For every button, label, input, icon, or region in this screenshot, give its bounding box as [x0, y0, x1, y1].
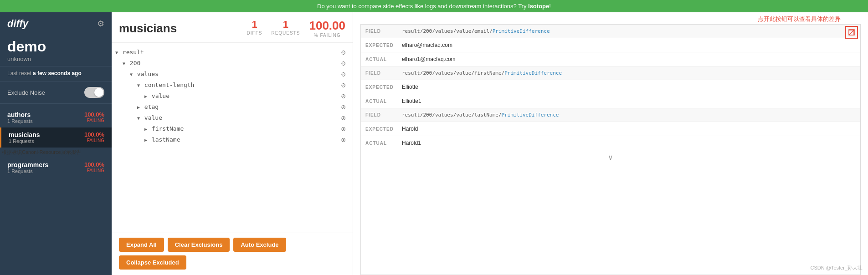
- diff-path-3: result/200/values/value/lastName/Primiti…: [397, 108, 860, 122]
- tree-row[interactable]: ▶ value ◎: [112, 90, 353, 101]
- exclude-noise-toggle[interactable]: [84, 87, 104, 98]
- action-buttons: Expand All Clear Exclusions Auto Exclude…: [112, 233, 353, 275]
- demo-section: demo unknown: [0, 34, 112, 66]
- tree-icon[interactable]: ◎: [342, 92, 345, 99]
- auto-exclude-button[interactable]: Auto Exclude: [233, 238, 286, 252]
- diff-path-2: result/200/values/value/firstName/Primit…: [397, 66, 860, 80]
- diff-path-1: result/200/values/value/email/PrimitiveD…: [397, 25, 860, 38]
- open-external-icon[interactable]: [845, 26, 858, 39]
- path-seg: lastName: [474, 112, 498, 118]
- demo-env: unknown: [7, 56, 104, 62]
- nav-item-authors-requests: 1 Requests: [7, 118, 33, 124]
- exclude-noise-row: Exclude Noise: [0, 81, 112, 104]
- app-logo: diffy: [7, 18, 28, 30]
- gear-icon[interactable]: ⚙: [97, 19, 104, 29]
- tree-icon[interactable]: ◎: [342, 136, 345, 143]
- nav-item-musicians-name: musicians: [9, 131, 40, 138]
- diffs-label: DIFFS: [247, 31, 262, 36]
- toggle-knob: [94, 88, 103, 97]
- diff-label-actual-2: ACTUAL: [361, 94, 397, 108]
- diff-row-actual-3: ACTUAL Harold1: [361, 136, 860, 150]
- chevron-down[interactable]: ∨: [361, 150, 860, 164]
- expand-all-button[interactable]: Expand All: [119, 238, 164, 252]
- diff-row-expected-2: EXPECTED Elliotte: [361, 80, 860, 94]
- diffs-value: 1: [247, 19, 262, 31]
- path-seg: firstName: [474, 70, 502, 76]
- requests-label: REQUESTS: [271, 31, 300, 36]
- diff-table: FIELD result/200/values/value/email/Prim…: [360, 24, 861, 275]
- tree-row[interactable]: ▼ values ◎: [112, 68, 353, 79]
- sidebar-nav: authors 1 Requests 100.0% FAILING musici…: [0, 104, 112, 275]
- tree-icon[interactable]: ◎: [342, 59, 345, 66]
- banner-link[interactable]: Isotope: [528, 3, 549, 10]
- nav-item-programmers-pct: 100.0%: [84, 161, 104, 168]
- tree-icon[interactable]: ◎: [342, 48, 345, 56]
- reset-prefix: Last reset: [7, 70, 33, 76]
- requests-stat: 1 REQUESTS: [271, 19, 300, 36]
- right-panel: 点开此按钮可以查看具体的差异 FIELD result/200/values/v…: [353, 12, 868, 275]
- tree-icon[interactable]: ◎: [342, 114, 345, 121]
- tree-icon[interactable]: ◎: [342, 70, 345, 77]
- diff-actual-1: elharo1@macfaq.com: [397, 52, 860, 66]
- center-stats: 1 DIFFS 1 REQUESTS 100.00 % FAILING: [247, 19, 345, 38]
- tree-row[interactable]: ▼ content-length ◎: [112, 79, 353, 90]
- nav-item-programmers-name: programmers: [7, 161, 48, 168]
- nav-item-authors-failing: FAILING: [84, 118, 104, 123]
- top-banner: Do you want to compare side effects like…: [0, 0, 868, 12]
- nav-item-authors-name: authors: [7, 111, 33, 118]
- reset-info: Last reset a few seconds ago: [0, 66, 112, 81]
- sidebar: diffy ⚙ demo unknown Last reset a few se…: [0, 12, 112, 275]
- musicians-annotation: 根据标识Canoni-Resource展示报告: [2, 149, 81, 156]
- diff-label-expected: EXPECTED: [361, 38, 397, 52]
- sidebar-item-musicians[interactable]: musicians 1 Requests 100.0% FAILING: [0, 127, 112, 148]
- tree-row[interactable]: ▼ 200 ◎: [112, 57, 353, 68]
- nav-item-authors-stats: 100.0% FAILING: [84, 111, 104, 123]
- tree-row[interactable]: ▶ lastName ◎: [112, 134, 353, 145]
- path-seg: 200: [423, 112, 432, 118]
- path-seg: result: [402, 112, 420, 118]
- clear-exclusions-button[interactable]: Clear Exclusions: [168, 238, 230, 252]
- banner-suffix: !: [549, 3, 551, 10]
- diff-expected-2: Elliotte: [397, 80, 860, 94]
- watermark: CSDN @Tester_孙大壮: [811, 265, 863, 271]
- tree-row[interactable]: ▶ firstName ◎: [112, 123, 353, 134]
- sidebar-item-programmers[interactable]: programmers 1 Requests 100.0% FAILING: [0, 158, 112, 178]
- path-seg: 200: [423, 70, 432, 76]
- path-seg: email: [474, 28, 489, 34]
- center-panel: musicians 1 DIFFS 1 REQUESTS 100.00 % FA…: [112, 12, 353, 275]
- demo-name: demo: [7, 39, 104, 55]
- nav-item-programmers-failing: FAILING: [84, 168, 104, 173]
- nav-item-musicians-pct: 100.0%: [84, 131, 104, 138]
- tree-icon[interactable]: ◎: [342, 125, 345, 132]
- path-seg: value: [456, 70, 471, 76]
- diff-label-2: FIELD: [361, 66, 397, 80]
- tree-row[interactable]: ▼ result ◎: [112, 46, 353, 57]
- diff-expected-1: elharo@macfaq.com: [397, 38, 860, 52]
- failing-value: 100.00: [309, 19, 345, 33]
- diff-label: FIELD: [361, 25, 397, 38]
- tree-icon[interactable]: ◎: [342, 81, 345, 88]
- path-seg: value: [456, 112, 471, 118]
- diff-expected-3: Harold: [397, 122, 860, 136]
- tree-row[interactable]: ▶ etag ◎: [112, 101, 353, 112]
- sidebar-item-authors[interactable]: authors 1 Requests 100.0% FAILING: [0, 107, 112, 127]
- sidebar-header: diffy ⚙: [0, 12, 112, 34]
- path-seg: values: [435, 112, 453, 118]
- diff-row-field-1: FIELD result/200/values/value/email/Prim…: [361, 25, 860, 38]
- tree-row[interactable]: ▼ value ◎: [112, 112, 353, 123]
- diff-label-actual-3: ACTUAL: [361, 136, 397, 150]
- reset-link[interactable]: a few seconds ago: [33, 70, 82, 76]
- path-seg-highlight: PrimitiveDifference: [502, 112, 559, 118]
- nav-item-authors-pct: 100.0%: [84, 111, 104, 118]
- failing-stat: 100.00 % FAILING: [309, 19, 345, 38]
- diffs-stat: 1 DIFFS: [247, 19, 262, 36]
- diff-label-expected-2: EXPECTED: [361, 80, 397, 94]
- path-seg: value: [456, 28, 471, 34]
- center-header: musicians 1 DIFFS 1 REQUESTS 100.00 % FA…: [112, 12, 353, 43]
- tree-icon[interactable]: ◎: [342, 103, 345, 110]
- path-seg-highlight: PrimitiveDifference: [504, 70, 562, 76]
- diff-label-3: FIELD: [361, 108, 397, 122]
- diff-actual-2: Elliotte1: [397, 94, 860, 108]
- failing-label: % FAILING: [309, 33, 345, 38]
- collapse-excluded-button[interactable]: Collapse Excluded: [119, 255, 186, 270]
